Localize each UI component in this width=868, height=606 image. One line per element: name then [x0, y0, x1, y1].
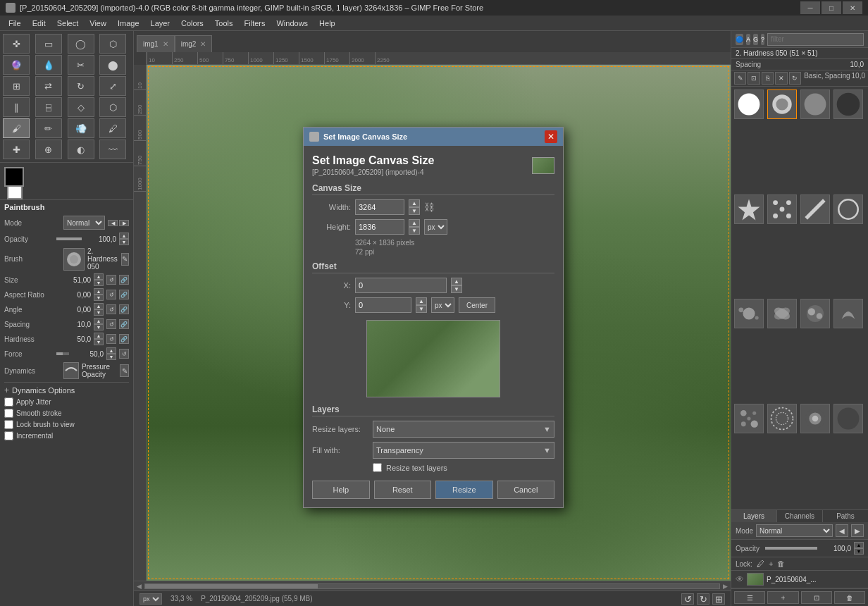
lock-pixels-btn[interactable]: 🖊	[757, 559, 764, 568]
brush-filter-input[interactable]	[767, 33, 864, 46]
help-button[interactable]: Help	[312, 481, 370, 499]
dynamics-preview[interactable]	[63, 362, 79, 379]
fg-color-swatch[interactable]	[4, 167, 24, 187]
gradients-icon[interactable]: G	[753, 34, 758, 45]
menu-item-view[interactable]: View	[84, 18, 112, 29]
canvas-unit-select[interactable]: px	[424, 219, 447, 235]
resize-layers-dropdown[interactable]: None ▼	[373, 421, 554, 438]
mode-next-btn[interactable]: ▶	[119, 220, 129, 226]
x-inc-btn[interactable]: ▲	[451, 278, 462, 285]
tool-transform[interactable]: ◇	[68, 97, 94, 117]
help-icon[interactable]: ?	[761, 34, 764, 45]
zoom-in-btn[interactable]: ↻	[697, 593, 709, 605]
menu-item-tools[interactable]: Tools	[209, 18, 239, 29]
menu-item-layer[interactable]: Layer	[145, 18, 176, 29]
tool-rect-select[interactable]: ▭	[35, 34, 62, 54]
brush-delete-btn[interactable]: ✕	[775, 72, 787, 85]
brush-edit-btn[interactable]: ✎	[121, 253, 129, 266]
tool-smudge[interactable]: 〰	[99, 140, 126, 159]
fill-with-dropdown[interactable]: Transparency ▼	[373, 442, 554, 459]
dynamics-edit-btn[interactable]: ✎	[120, 364, 129, 377]
layer-visibility-icon[interactable]: 👁	[736, 574, 744, 584]
tool-flip[interactable]: ⇄	[35, 76, 62, 96]
spacing-dec-btn[interactable]: ▼	[94, 324, 104, 330]
tool-free-select[interactable]: ⬡	[99, 34, 126, 54]
brush-copy-btn[interactable]: ⊡	[748, 72, 760, 85]
layers-opacity-inc-btn[interactable]: ▲	[854, 542, 864, 548]
tool-paintbrush[interactable]: 🖌	[3, 118, 30, 138]
menu-item-select[interactable]: Select	[51, 18, 85, 29]
tab-img1[interactable]: img1 ✕	[137, 35, 175, 52]
incremental-checkbox[interactable]	[4, 431, 13, 440]
force-dec-btn[interactable]: ▼	[106, 354, 116, 360]
tool-cage[interactable]: ⬡	[99, 97, 126, 117]
brush-cell-texture1[interactable]	[734, 404, 764, 433]
unit-select[interactable]: px	[140, 593, 162, 605]
brush-cell-solid-large[interactable]	[800, 89, 830, 119]
layer-item-0[interactable]: 👁 P_20150604_...	[731, 571, 868, 588]
scrollbar-thumb[interactable]	[145, 584, 318, 588]
angle-link-btn[interactable]: 🔗	[119, 304, 129, 314]
aspect-dec-btn[interactable]: ▼	[94, 295, 104, 301]
brush-cell-splash2[interactable]	[767, 299, 797, 328]
h-scrollbar[interactable]: ◀ ▶	[134, 581, 731, 590]
minimize-button[interactable]: ─	[800, 1, 820, 14]
aspect-reset-btn[interactable]: ↺	[106, 290, 116, 299]
y-inc-btn[interactable]: ▲	[416, 297, 427, 305]
menu-item-file[interactable]: File	[3, 18, 27, 29]
hardness-reset-btn[interactable]: ↺	[106, 334, 116, 344]
tool-fuzzy-select[interactable]: 🔮	[3, 55, 30, 75]
brush-cell-texture3[interactable]	[800, 404, 830, 433]
brush-cell-splash3[interactable]	[800, 299, 830, 328]
menu-item-edit[interactable]: Edit	[27, 18, 51, 29]
cancel-button[interactable]: Cancel	[497, 481, 555, 499]
layers-mode-prev-btn[interactable]: ◀	[836, 524, 848, 537]
hardness-dec-btn[interactable]: ▼	[94, 339, 104, 345]
smooth-stroke-checkbox[interactable]	[4, 409, 13, 418]
brush-cell-circle-outline[interactable]	[833, 194, 863, 224]
x-dec-btn[interactable]: ▼	[451, 285, 462, 293]
zoom-fit-btn[interactable]: ⊞	[712, 593, 725, 605]
menu-item-windows[interactable]: Windows	[271, 18, 314, 29]
hardness-link-btn[interactable]: 🔗	[119, 334, 129, 344]
offset-unit-select[interactable]: px	[431, 297, 454, 313]
brush-cell-texture2[interactable]	[767, 404, 797, 433]
height-inc-btn[interactable]: ▲	[409, 219, 420, 227]
width-height-link-icon[interactable]: ⛓	[424, 202, 434, 213]
dialog-titlebar[interactable]: Set Image Canvas Size ✕	[304, 128, 563, 146]
layers-tab-paths[interactable]: Paths	[823, 510, 868, 522]
apply-jitter-checkbox[interactable]	[4, 397, 13, 407]
spacing-inc-btn[interactable]: ▲	[94, 318, 104, 324]
height-dec-btn[interactable]: ▼	[409, 227, 420, 235]
lock-move-btn[interactable]: +	[769, 559, 773, 568]
set-canvas-size-dialog[interactable]: Set Image Canvas Size ✕ Set Image Canvas…	[303, 127, 564, 508]
aspect-link-btn[interactable]: 🔗	[119, 290, 129, 299]
brush-refresh-btn[interactable]: ↻	[789, 72, 801, 85]
y-input[interactable]	[355, 297, 411, 313]
brush-cell-texture4[interactable]	[833, 404, 863, 433]
tool-align[interactable]: ⊞	[3, 76, 30, 96]
size-inc-btn[interactable]: ▲	[94, 273, 104, 280]
brush-cell-solid-small[interactable]	[734, 89, 764, 119]
tool-scale[interactable]: ⤢	[99, 76, 126, 96]
center-button[interactable]: Center	[459, 297, 495, 313]
tool-color-select[interactable]: 💧	[35, 55, 62, 75]
layers-mode-select[interactable]: Normal	[756, 524, 833, 537]
tab-img2[interactable]: img2 ✕	[175, 35, 213, 52]
brush-cell-star[interactable]	[734, 194, 764, 224]
layers-tab-layers[interactable]: Layers	[731, 510, 777, 522]
brush-preview[interactable]	[63, 248, 85, 271]
menu-item-image[interactable]: Image	[112, 18, 145, 29]
hardness-inc-btn[interactable]: ▲	[94, 333, 104, 339]
patterns-icon[interactable]: A	[746, 34, 750, 45]
brush-cell-hardness050[interactable]	[767, 89, 797, 119]
dialog-close-button[interactable]: ✕	[545, 130, 557, 143]
width-inc-btn[interactable]: ▲	[409, 199, 420, 207]
layer-add-btn[interactable]: +	[767, 591, 798, 604]
lock-alpha-btn[interactable]: 🗑	[777, 559, 785, 568]
tool-ellipse-select[interactable]: ◯	[68, 34, 94, 54]
angle-inc-btn[interactable]: ▲	[94, 303, 104, 309]
x-input[interactable]	[355, 278, 447, 293]
width-dec-btn[interactable]: ▼	[409, 207, 420, 215]
spacing-reset-btn[interactable]: ↺	[106, 319, 116, 329]
